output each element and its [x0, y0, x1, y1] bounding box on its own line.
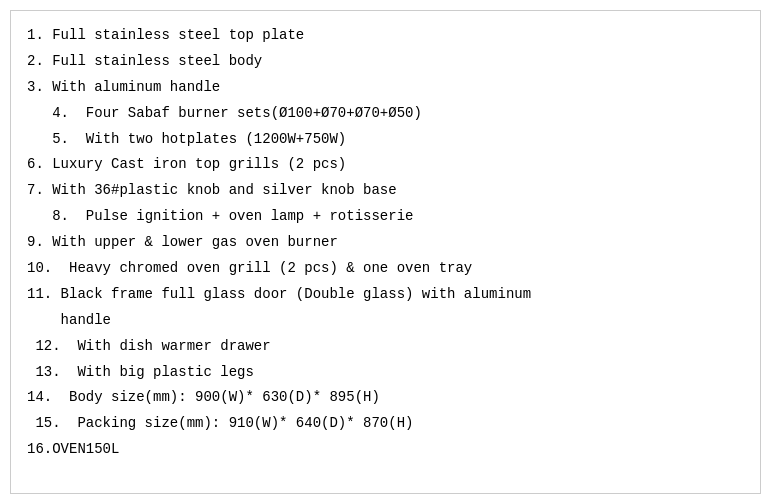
list-item: 1. Full stainless steel top plate: [27, 23, 744, 49]
list-item: 14. Body size(mm): 900(W)* 630(D)* 895(H…: [27, 385, 744, 411]
list-item: 3. With aluminum handle: [27, 75, 744, 101]
list-item: 11. Black frame full glass door (Double …: [27, 282, 744, 334]
list-item: 6. Luxury Cast iron top grills (2 pcs): [27, 152, 744, 178]
list-item: 16.OVEN150L: [27, 437, 744, 463]
list-item: 7. With 36#plastic knob and silver knob …: [27, 178, 744, 204]
list-item: 12. With dish warmer drawer: [27, 334, 744, 360]
content-container: 1. Full stainless steel top plate2. Full…: [10, 10, 761, 494]
list-item: 10. Heavy chromed oven grill (2 pcs) & o…: [27, 256, 744, 282]
list-item: 4. Four Sabaf burner sets(Ø100+Ø70+Ø70+Ø…: [27, 101, 744, 127]
list-item: 5. With two hotplates (1200W+750W): [27, 127, 744, 153]
list-item: 13. With big plastic legs: [27, 360, 744, 386]
feature-list: 1. Full stainless steel top plate2. Full…: [27, 23, 744, 463]
list-item: 9. With upper & lower gas oven burner: [27, 230, 744, 256]
list-item: 15. Packing size(mm): 910(W)* 640(D)* 87…: [27, 411, 744, 437]
list-item: 8. Pulse ignition + oven lamp + rotisser…: [27, 204, 744, 230]
list-item: 2. Full stainless steel body: [27, 49, 744, 75]
